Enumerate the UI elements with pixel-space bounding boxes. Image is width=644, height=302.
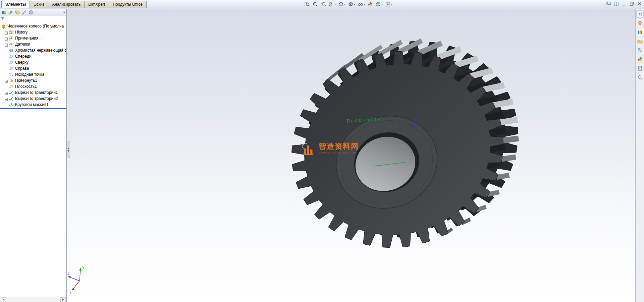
tab-dimxpert[interactable]: DimXpert: [84, 1, 109, 8]
tree-item-plane-right[interactable]: Справа: [0, 65, 66, 71]
view-orientation-icon[interactable]: ▾: [337, 1, 346, 7]
tree-item-label: Вырез-По траектории1: [15, 90, 58, 95]
plane-icon: [9, 60, 14, 65]
tree-item-annotations[interactable]: AПримечания: [0, 35, 66, 41]
tree-item-swept-cut1[interactable]: Вырез-По траектории1: [0, 89, 66, 96]
window-controls: [606, 1, 642, 6]
expand-plus-icon[interactable]: [5, 43, 8, 46]
edit-appearance-icon[interactable]: [367, 1, 374, 7]
design-library-icon[interactable]: [636, 28, 644, 36]
scroll-left-icon: [3, 298, 4, 301]
collapse-task-pane-icon[interactable]: [636, 10, 644, 18]
featuremanager-tab[interactable]: [1, 9, 7, 15]
view-settings-icon[interactable]: ▾: [384, 1, 393, 7]
previous-view-icon[interactable]: [320, 1, 327, 7]
zoom-to-fit-icon[interactable]: [304, 1, 311, 7]
tree-item-label: Примечания: [15, 36, 38, 41]
filter-funnel-icon[interactable]: [1, 16, 5, 22]
tree-item-sensors[interactable]: Датчики: [0, 41, 66, 47]
top-bar: ЭлементыЭскизАнализироватьDimXpertПродук…: [0, 0, 644, 9]
swept-cut-icon: [9, 96, 14, 101]
plane-icon: [9, 54, 14, 59]
tree-item-material[interactable]: Хромистая нержавеющая с: [0, 47, 66, 53]
worm-gear-model[interactable]: Плоскость1YXZ: [67, 9, 635, 302]
expand-plus-icon[interactable]: [5, 97, 8, 100]
dropdown-arrow-icon[interactable]: ▾: [381, 3, 383, 6]
scroll-right-icon: [62, 298, 64, 301]
dropdown-arrow-icon[interactable]: ▾: [391, 3, 392, 6]
command-manager-tabs: ЭлементыЭскизАнализироватьDimXpertПродук…: [1, 1, 147, 8]
expand-plus-icon[interactable]: [5, 31, 8, 34]
close-button[interactable]: [637, 1, 642, 6]
tab-evaluate[interactable]: Анализировать: [48, 1, 84, 8]
swept-cut-icon: [9, 90, 14, 95]
expand-plus-icon[interactable]: [5, 79, 8, 82]
appearances-icon[interactable]: [636, 56, 644, 63]
svg-text:Y: Y: [82, 266, 85, 270]
dropdown-arrow-icon[interactable]: ▾: [354, 3, 355, 6]
view-palette-icon[interactable]: [636, 47, 644, 54]
circular-pattern-icon: [9, 102, 14, 107]
apply-scene-icon[interactable]: ▾: [375, 1, 383, 7]
tree-item-plane-front[interactable]: Спереди: [0, 53, 66, 59]
tab-sketch[interactable]: Эскиз: [30, 1, 48, 8]
graphics-area[interactable]: Плоскость1YXZ 智造资料网 WWW.ZHIZAOZILIAO.COM: [67, 9, 635, 302]
window-tile-button[interactable]: [614, 1, 619, 6]
file-explorer-icon[interactable]: [636, 38, 644, 45]
restore-button[interactable]: [629, 1, 634, 6]
task-pane-strip: [635, 9, 644, 302]
tree-item-part-root[interactable]: Червячное колесо (По умолча: [0, 23, 66, 29]
panel-splitter[interactable]: [67, 141, 70, 158]
feature-tree: Червячное колесо (По умолчаHistoryAПриме…: [0, 22, 66, 108]
scroll-right-button[interactable]: [60, 297, 66, 302]
display-style-icon[interactable]: ▾: [347, 1, 356, 7]
tree-item-label: Червячное колесо (По умолча: [7, 24, 64, 28]
splitter-up-icon: [67, 147, 69, 149]
scroll-left-button[interactable]: [1, 297, 6, 302]
section-view-icon[interactable]: ▾: [328, 1, 336, 7]
history-icon: [9, 30, 14, 35]
tree-item-label: Датчики: [15, 42, 30, 47]
dropdown-arrow-icon[interactable]: ▾: [334, 3, 336, 6]
tree-item-plane-top[interactable]: Сверху: [0, 59, 66, 65]
feature-filter-row: [0, 16, 66, 22]
tab-elements[interactable]: Элементы: [1, 1, 30, 8]
tree-item-revolve1[interactable]: Повернуть1: [0, 77, 66, 83]
zoom-to-area-icon[interactable]: [312, 1, 319, 7]
tab-office-products[interactable]: Продукты Office: [109, 1, 147, 8]
custom-properties-icon[interactable]: [636, 65, 644, 72]
window-cascade-button[interactable]: [606, 1, 611, 6]
expand-plus-icon[interactable]: [5, 91, 8, 94]
dropdown-arrow-icon[interactable]: ▾: [364, 3, 365, 6]
tree-item-origin[interactable]: Исходная точка: [0, 71, 66, 77]
tree-item-plane1[interactable]: Плоскость1: [0, 83, 66, 89]
tree-item-circular-pattern1[interactable]: Круговой массив1: [0, 102, 66, 108]
sensors-icon: [9, 42, 14, 47]
tree-item-label: Плоскость1: [15, 84, 37, 89]
hide-show-items-icon[interactable]: ▾: [357, 1, 366, 7]
tree-item-label: Вырез-По траектории2: [15, 96, 58, 101]
tree-item-label: Спереди: [15, 54, 32, 59]
minimize-button[interactable]: [622, 1, 627, 6]
propertymanager-tab[interactable]: [8, 9, 14, 15]
origin-triad-icon: YXZ: [67, 266, 85, 295]
expand-plus-icon[interactable]: [5, 37, 8, 40]
panel-horizontal-scrollbar[interactable]: [0, 297, 66, 302]
rollback-bar[interactable]: [0, 108, 66, 109]
plane-icon: [9, 66, 14, 71]
dropdown-arrow-icon[interactable]: ▾: [344, 3, 345, 6]
panel-tab-overflow[interactable]: »: [63, 10, 65, 14]
tree-item-swept-cut2[interactable]: Вырез-По траектории2: [0, 96, 66, 102]
displaymanager-tab[interactable]: [28, 9, 34, 15]
revolve-icon: [9, 78, 14, 83]
origin-icon: [9, 72, 14, 77]
material-icon: [9, 48, 14, 53]
dimxpertmanager-tab[interactable]: [21, 9, 27, 15]
tree-item-history[interactable]: History: [0, 29, 66, 35]
configurationmanager-tab[interactable]: [14, 9, 20, 15]
tree-item-label: Повернуть1: [15, 78, 37, 83]
search-icon[interactable]: [636, 74, 644, 81]
heads-up-toolbar: ▾▾▾▾▾▾: [304, 1, 393, 7]
solidworks-resources-icon[interactable]: [636, 19, 644, 27]
tree-item-label: History: [15, 30, 28, 35]
